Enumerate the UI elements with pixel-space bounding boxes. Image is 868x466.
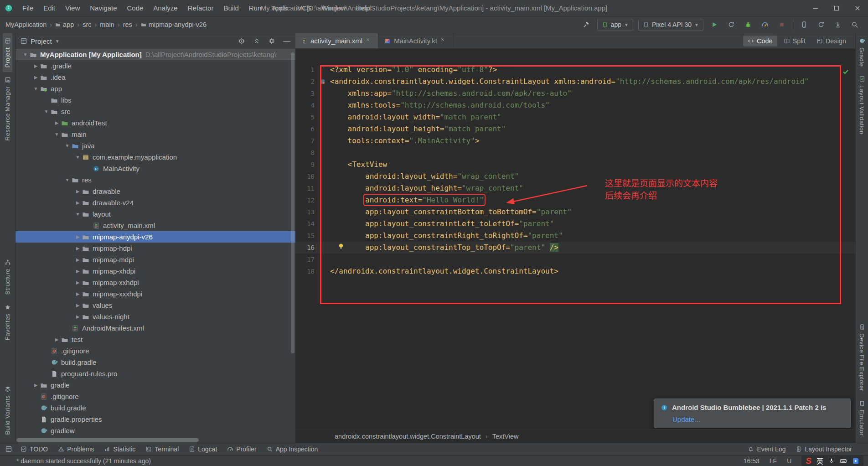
tree-chevron-collapsed[interactable]: ▶ (73, 269, 82, 274)
tree-chevron-collapsed[interactable]: ▶ (73, 280, 82, 285)
line-number[interactable]: 6 (295, 123, 315, 135)
ime-language-indicator[interactable]: 英 (816, 456, 823, 466)
line-number[interactable]: 14 (295, 218, 315, 230)
microphone-icon[interactable] (828, 458, 835, 464)
tree-item-build-gradle[interactable]: build.gradle (16, 402, 295, 414)
build-hammer-button[interactable] (580, 19, 592, 31)
tree-item-mipmap-mdpi[interactable]: ▶mipmap-mdpi (16, 254, 295, 265)
tool-stripe-project[interactable]: Project (3, 33, 12, 72)
project-panel-title[interactable]: Project (31, 37, 52, 45)
vertical-scrollbar[interactable] (291, 52, 294, 353)
line-number[interactable]: 11 (295, 182, 315, 194)
chevron-down-icon[interactable]: ▼ (55, 39, 60, 44)
tree-item-androidtest[interactable]: ▶androidTest (16, 117, 295, 129)
code-line-8[interactable]: 8 (295, 147, 855, 159)
close-tab-icon[interactable] (366, 37, 373, 45)
tree-chevron-collapsed[interactable]: ▶ (73, 257, 82, 262)
code-line-17[interactable]: 17 (295, 254, 855, 265)
view-mode-code[interactable]: Code (743, 36, 777, 47)
breadcrumb-element[interactable]: androidx.constraintlayout.widget.Constra… (335, 433, 481, 440)
view-mode-split[interactable]: Split (779, 36, 810, 47)
line-ending-widget[interactable]: LF (770, 457, 777, 465)
tool-stripe-layout-validation[interactable]: Layout Validation (857, 71, 867, 139)
code-line-2[interactable]: 2<androidx.constraintlayout.widget.Const… (295, 76, 855, 88)
tree-item-myapplication-my-application[interactable]: ▼MyApplication [My Application]D:\allPro… (16, 49, 295, 60)
tree-chevron-collapsed[interactable]: ▶ (31, 75, 40, 80)
menu-code[interactable]: Code (122, 0, 148, 16)
line-number[interactable]: 18 (295, 265, 315, 277)
code-editor[interactable]: 1<?xml version="1.0" encoding="utf-8"?>2… (295, 49, 855, 429)
update-link[interactable]: Update... (672, 415, 700, 423)
tree-chevron-collapsed[interactable]: ▶ (31, 63, 40, 68)
tree-item-proguard-rules-pro[interactable]: proguard-rules.pro (16, 368, 295, 379)
tree-item-com-example-myapplication[interactable]: ▼com.example.myapplication (16, 151, 295, 163)
device-manager-button[interactable] (798, 19, 810, 31)
tree-chevron-collapsed[interactable]: ▶ (52, 120, 61, 125)
tree-item-values-night[interactable]: ▶values-night (16, 311, 295, 322)
tree-chevron-expanded[interactable]: ▼ (52, 132, 61, 137)
code-line-12[interactable]: 12 android:text="Hello World!" (295, 194, 855, 206)
keyboard-icon[interactable] (840, 457, 847, 465)
toolbar-button-terminal[interactable]: Terminal (140, 443, 184, 456)
toolbar-button-todo[interactable]: TODO (16, 443, 53, 456)
code-line-9[interactable]: 9 <TextView (295, 159, 855, 171)
menu-edit[interactable]: Edit (38, 0, 60, 16)
tool-stripe-build-variants[interactable]: Build Variants (3, 381, 12, 440)
tree-chevron-expanded[interactable]: ▼ (42, 109, 51, 114)
panel-settings-button[interactable] (268, 37, 276, 45)
breadcrumb-item-main[interactable]: main (100, 21, 114, 28)
tree-chevron-expanded[interactable]: ▼ (63, 177, 72, 182)
code-line-6[interactable]: 6 android:layout_height="match_parent" (295, 123, 855, 135)
breadcrumb-element[interactable]: TextView (492, 433, 519, 440)
tree-chevron-expanded[interactable]: ▼ (63, 143, 72, 148)
horizontal-scrollbar[interactable] (16, 438, 199, 442)
tree-item-androidmanifest-xml[interactable]: AndroidManifest.xml (16, 322, 295, 334)
tree-item-build-gradle[interactable]: build.gradle (16, 357, 295, 368)
editor-tab-activity-main-xml[interactable]: activity_main.xml (295, 33, 379, 48)
tree-item-test[interactable]: ▶test (16, 334, 295, 345)
line-number[interactable]: 17 (295, 254, 315, 265)
line-number[interactable]: 7 (295, 135, 315, 147)
tree-item-mipmap-xxxhdpi[interactable]: ▶mipmap-xxxhdpi (16, 288, 295, 300)
tree-item-src[interactable]: ▼src (16, 106, 295, 117)
line-number[interactable]: 15 (295, 230, 315, 242)
tree-item-java[interactable]: ▼java (16, 140, 295, 151)
code-line-14[interactable]: 14 app:layout_constraintLeft_toLeftOf="p… (295, 218, 855, 230)
encoding-widget[interactable]: U (787, 457, 791, 465)
menu-file[interactable]: File (17, 0, 38, 16)
close-tab-icon[interactable] (440, 37, 448, 45)
toolbar-button-layout-inspector[interactable]: Layout Inspector (790, 443, 857, 456)
ime-toolbox-icon[interactable] (852, 457, 859, 465)
breadcrumb-item-src[interactable]: src (83, 21, 91, 28)
tree-item-mipmap-hdpi[interactable]: ▶mipmap-hdpi (16, 243, 295, 254)
inspections-ok-icon[interactable] (842, 68, 849, 75)
tree-item-gradlew[interactable]: gradlew (16, 425, 295, 436)
tree-chevron-collapsed[interactable]: ▶ (73, 291, 82, 296)
code-line-3[interactable]: 3 xmlns:app="http://schemas.android.com/… (295, 88, 855, 99)
tool-stripe-emulator[interactable]: Emulator (857, 396, 867, 440)
toolwindow-switcher-button[interactable] (5, 445, 13, 453)
collapse-all-button[interactable] (253, 37, 261, 45)
tool-stripe-resource-manager[interactable]: Resource Manager (3, 72, 12, 145)
maximize-button[interactable] (826, 0, 847, 16)
line-number[interactable]: 5 (295, 111, 315, 123)
code-line-4[interactable]: 4 xmlns:tools="http://schemas.android.co… (295, 99, 855, 111)
tree-item-main[interactable]: ▼main (16, 129, 295, 140)
tree-item-gradle[interactable]: ▶.gradle (16, 60, 295, 72)
menu-navigate[interactable]: Navigate (85, 0, 122, 16)
tree-item-mipmap-anydpi-v26[interactable]: ▶mipmap-anydpi-v26 (16, 231, 295, 243)
tree-item-app[interactable]: ▼app (16, 83, 295, 94)
breadcrumb-item-mipmap-anydpi-v26[interactable]: mipmap-anydpi-v26 (141, 21, 207, 28)
apply-changes-button[interactable] (725, 19, 737, 31)
tree-item-activity-main-xml[interactable]: activity_main.xml (16, 220, 295, 231)
code-line-1[interactable]: 1<?xml version="1.0" encoding="utf-8"?> (295, 64, 855, 76)
tree-item-idea[interactable]: ▶.idea (16, 72, 295, 83)
status-message[interactable]: * daemon started successfully (21 minute… (16, 457, 151, 465)
device-dropdown[interactable]: Pixel 4 API 30 ▼ (638, 19, 703, 31)
minimize-button[interactable] (805, 0, 826, 16)
menu-analyze[interactable]: Analyze (148, 0, 182, 16)
breadcrumb-item-res[interactable]: res (123, 21, 132, 28)
tree-item-gradle[interactable]: ▶gradle (16, 379, 295, 391)
sdk-manager-button[interactable] (832, 19, 844, 31)
line-number[interactable]: 1 (295, 64, 315, 76)
